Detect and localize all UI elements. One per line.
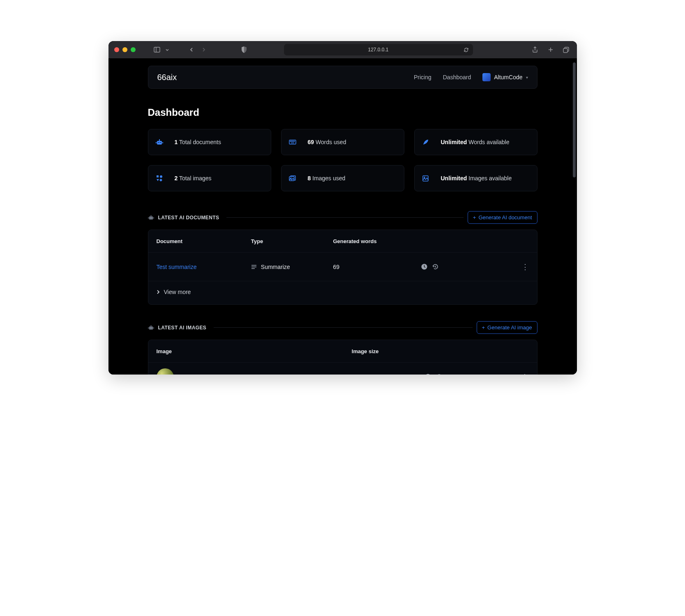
user-menu[interactable]: AltumCode ▾ (482, 73, 528, 81)
svg-rect-22 (149, 216, 153, 219)
row-menu-button[interactable]: ⋮ (510, 262, 528, 271)
row-menu-button[interactable]: ⋮ (510, 372, 529, 375)
shapes-icon (156, 175, 163, 182)
clock-icon (425, 374, 431, 375)
stat-total-documents: 1 Total documents (148, 129, 271, 155)
new-tab-icon[interactable] (546, 45, 556, 55)
image-icon (422, 175, 429, 182)
close-window-button[interactable] (114, 47, 119, 52)
images-table: Image Image size Test 512x512 ⋮ (148, 340, 537, 375)
minimize-window-button[interactable] (122, 47, 127, 52)
chevron-down-icon[interactable] (164, 45, 170, 55)
user-name: AltumCode (494, 74, 522, 80)
stats-grid: 1 Total documents 69 Words used Unlimite… (148, 129, 537, 191)
svg-rect-30 (149, 326, 153, 329)
svg-rect-3 (157, 141, 162, 145)
clock-icon (421, 264, 427, 270)
scrollbar-thumb[interactable] (573, 62, 576, 177)
svg-rect-7 (156, 142, 157, 143)
table-row: Test summarize Summarize 69 ⋮ (148, 252, 537, 281)
svg-rect-6 (159, 139, 160, 141)
col-generated-words: Generated words (333, 238, 421, 244)
svg-point-4 (158, 142, 159, 143)
page-content: 66aix Pricing Dashboard AltumCode ▾ Dash… (108, 58, 577, 375)
svg-point-10 (290, 141, 291, 141)
images-icon (289, 175, 296, 182)
section-header-images: LATEST AI IMAGES + Generate AI image (148, 321, 537, 334)
robot-icon (148, 215, 154, 220)
stat-text: 69 Words used (308, 139, 346, 145)
stat-total-images: 2 Total images (148, 165, 271, 191)
plus-icon: + (482, 324, 485, 331)
svg-rect-17 (159, 179, 162, 182)
type-cell: Summarize (251, 264, 333, 270)
row-meta-icons (421, 264, 510, 270)
col-type: Type (251, 238, 333, 244)
page-title: Dashboard (148, 107, 537, 118)
col-image: Image (157, 348, 352, 354)
url-text: 127.0.0.1 (368, 47, 388, 53)
stat-words-available: Unlimited Words available (414, 129, 537, 155)
size-cell: 512x512 (352, 374, 425, 375)
svg-point-5 (160, 142, 161, 143)
shield-icon[interactable] (239, 45, 249, 55)
forward-button[interactable] (199, 45, 209, 55)
divider (214, 327, 472, 328)
generate-document-button[interactable]: + Generate AI document (468, 211, 537, 224)
svg-point-13 (294, 141, 294, 141)
stat-text: 2 Total images (175, 175, 212, 182)
svg-rect-15 (157, 175, 159, 177)
url-bar[interactable]: 127.0.0.1 (284, 44, 473, 55)
nav-pricing[interactable]: Pricing (414, 74, 431, 80)
view-more-link[interactable]: View more (148, 281, 537, 304)
svg-rect-25 (153, 218, 154, 218)
plus-icon: + (473, 214, 476, 221)
nav-dashboard[interactable]: Dashboard (443, 74, 471, 80)
feather-icon (422, 139, 429, 145)
chevron-down-icon: ▾ (526, 75, 528, 80)
browser-window: 127.0.0.1 66aix Pricing Dashboard (108, 41, 577, 375)
words-cell: 69 (333, 264, 421, 270)
stat-words-used: 69 Words used (281, 129, 404, 155)
svg-rect-31 (150, 325, 151, 326)
image-link[interactable]: Test (180, 374, 190, 375)
image-cell: Test (157, 368, 352, 375)
documents-table: Document Type Generated words Test summa… (148, 230, 537, 305)
scrollbar[interactable] (573, 62, 576, 370)
col-image-size: Image size (352, 348, 425, 354)
document-link[interactable]: Test summarize (157, 264, 251, 270)
row-meta-icons (425, 374, 510, 375)
tabs-icon[interactable] (561, 45, 571, 55)
table-row: Test 512x512 ⋮ (148, 362, 537, 375)
svg-rect-24 (148, 218, 149, 218)
robot-icon (148, 325, 154, 330)
svg-rect-2 (563, 48, 567, 53)
svg-point-11 (291, 141, 292, 141)
history-icon (436, 374, 442, 375)
section-header-documents: LATEST AI DOCUMENTS + Generate AI docume… (148, 211, 537, 224)
stat-text: Unlimited Words available (441, 139, 510, 145)
sidebar-toggle-icon[interactable] (152, 45, 162, 55)
brand-logo[interactable]: 66aix (157, 73, 177, 82)
svg-rect-23 (150, 215, 151, 216)
browser-titlebar: 127.0.0.1 (108, 41, 577, 58)
image-thumbnail[interactable] (157, 368, 174, 375)
svg-point-34 (425, 374, 431, 375)
stat-text: 1 Total documents (175, 139, 221, 145)
refresh-icon[interactable] (464, 47, 469, 53)
window-controls (114, 47, 136, 52)
stat-images-used: 8 Images used (281, 165, 404, 191)
svg-rect-9 (289, 140, 296, 144)
robot-icon (156, 139, 163, 145)
table-header: Image Image size (148, 340, 537, 362)
list-icon (251, 264, 257, 269)
section-title: LATEST AI IMAGES (158, 325, 207, 331)
generate-image-button[interactable]: + Generate AI image (477, 321, 537, 334)
svg-point-16 (160, 175, 162, 178)
table-header: Document Type Generated words (148, 230, 537, 252)
share-icon[interactable] (530, 45, 540, 55)
svg-point-12 (293, 141, 293, 141)
history-icon (432, 264, 438, 270)
back-button[interactable] (187, 45, 196, 55)
maximize-window-button[interactable] (131, 47, 136, 52)
